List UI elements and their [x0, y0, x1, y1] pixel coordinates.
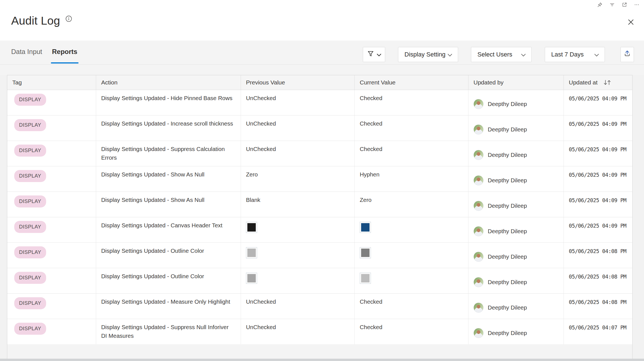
value-text: Checked: [360, 324, 382, 330]
color-swatch: [246, 247, 257, 258]
previous-value-cell: UnChecked: [241, 319, 355, 344]
action-cell: Display Settings Updated - Suppress Calc…: [96, 141, 241, 166]
column-header-action: Action: [96, 75, 241, 90]
updated-at-text: 05/06/2025 04:08 PM: [569, 273, 626, 280]
avatar: [473, 175, 484, 185]
page-title: Audit Log: [11, 15, 60, 27]
filter-lines-icon[interactable]: [609, 2, 615, 8]
action-text: Display Settings Updated - Hide Pinned B…: [101, 95, 232, 101]
value-text: Zero: [246, 171, 258, 178]
updated-by-name: Deepthy Dileep: [488, 202, 527, 210]
tag-badge: DISPLAY: [14, 272, 46, 284]
updated-at-cell: 05/06/2025 04:09 PM: [564, 141, 632, 166]
action-text: Display Settings Updated - Show As Null: [101, 171, 204, 178]
previous-value-cell: [241, 268, 355, 293]
export-icon: [623, 49, 631, 60]
funnel-icon: [367, 50, 374, 59]
pin-icon[interactable]: [597, 2, 603, 8]
column-header-tag: Tag: [7, 75, 96, 90]
tag-cell: DISPLAY: [7, 90, 96, 115]
more-options-icon[interactable]: [634, 2, 640, 8]
table-row: DISPLAY Display Settings Updated - Show …: [7, 192, 632, 217]
updated-by-name: Deepthy Dileep: [488, 278, 527, 287]
chevron-down-icon: [448, 51, 452, 58]
updated-at-text: 05/06/2025 04:09 PM: [569, 146, 626, 152]
action-cell: Display Settings Updated - Suppress Null…: [96, 319, 241, 344]
value-text: UnChecked: [246, 146, 276, 152]
updated-by-cell: Deepthy Dileep: [468, 243, 564, 268]
updated-at-text: 05/06/2025 04:09 PM: [569, 223, 626, 229]
column-header-current-value: Current Value: [355, 75, 468, 90]
updated-by-name: Deepthy Dileep: [488, 303, 527, 312]
table-row: DISPLAY Display Settings Updated - Outli…: [7, 268, 632, 294]
tag-badge: DISPLAY: [14, 119, 46, 131]
avatar: [473, 277, 484, 287]
avatar: [473, 328, 484, 338]
value-text: UnChecked: [246, 298, 276, 305]
action-cell: Display Settings Updated - Outline Color: [96, 243, 241, 268]
table-row: DISPLAY Display Settings Updated - Show …: [7, 166, 632, 192]
select-users-dropdown[interactable]: Select Users: [471, 47, 532, 62]
updated-by-name: Deepthy Dileep: [488, 151, 527, 159]
color-swatch: [246, 222, 257, 233]
sort-icons[interactable]: [603, 79, 612, 86]
current-value-cell: Checked: [355, 90, 468, 115]
updated-by-cell: Deepthy Dileep: [468, 166, 564, 192]
previous-value-cell: UnChecked: [241, 90, 355, 115]
action-text: Display Settings Updated - Show As Null: [101, 197, 204, 203]
action-cell: Display Settings Updated - Show As Null: [96, 166, 241, 192]
tab-reports[interactable]: Reports: [52, 48, 77, 56]
close-icon[interactable]: [626, 17, 636, 27]
color-swatch: [246, 273, 257, 284]
updated-by-cell: Deepthy Dileep: [468, 115, 564, 141]
filter-button[interactable]: [363, 47, 385, 62]
updated-by-name: Deepthy Dileep: [488, 125, 527, 134]
action-text: Display Settings Updated - Suppress Null…: [101, 324, 229, 339]
popout-icon[interactable]: [622, 2, 627, 8]
info-icon[interactable]: [65, 15, 72, 23]
column-header-updated-at: Updated at: [564, 75, 632, 90]
table-row: DISPLAY Display Settings Updated - Suppr…: [7, 319, 632, 344]
current-value-cell: Checked: [355, 294, 468, 319]
current-value-cell: [355, 268, 468, 293]
export-button[interactable]: [621, 47, 634, 62]
display-setting-dropdown[interactable]: Display Setting: [398, 47, 458, 62]
dropdown-label: Last 7 Days: [551, 51, 584, 58]
tag-cell: DISPLAY: [7, 243, 96, 268]
value-text: Checked: [360, 120, 382, 127]
date-range-dropdown[interactable]: Last 7 Days: [545, 47, 605, 62]
updated-by-name: Deepthy Dileep: [488, 329, 527, 338]
column-header-previous-value: Previous Value: [241, 75, 355, 90]
action-text: Display Settings Updated - Increase scro…: [101, 120, 233, 127]
current-value-cell: Checked: [355, 141, 468, 166]
updated-at-cell: 05/06/2025 04:07 PM: [564, 319, 632, 344]
updated-by-cell: Deepthy Dileep: [468, 141, 564, 166]
table-row: DISPLAY Display Settings Updated - Outli…: [7, 243, 632, 268]
chevron-down-icon: [594, 51, 599, 58]
updated-at-cell: 05/06/2025 04:08 PM: [564, 294, 632, 319]
avatar: [473, 150, 484, 160]
audit-log-screen: Audit Log Data Input Reports Display Set…: [0, 0, 644, 361]
value-text: Checked: [360, 298, 382, 305]
value-text: UnChecked: [246, 324, 276, 330]
tab-data-input[interactable]: Data Input: [11, 48, 42, 56]
tag-badge: DISPLAY: [14, 170, 46, 182]
updated-at-cell: 05/06/2025 04:08 PM: [564, 268, 632, 293]
dropdown-label: Display Setting: [404, 51, 446, 58]
updated-by-cell: Deepthy Dileep: [468, 217, 564, 242]
updated-by-cell: Deepthy Dileep: [468, 192, 564, 217]
updated-by-cell: Deepthy Dileep: [468, 294, 564, 319]
color-swatch: [360, 247, 371, 258]
horizontal-scrollbar[interactable]: [0, 359, 644, 361]
tag-cell: DISPLAY: [7, 294, 96, 319]
tag-cell: DISPLAY: [7, 268, 96, 293]
updated-at-text: 05/06/2025 04:09 PM: [569, 121, 626, 127]
tag-badge: DISPLAY: [14, 94, 46, 106]
table-row: DISPLAY Display Settings Updated - Suppr…: [7, 141, 632, 166]
current-value-cell: Checked: [355, 319, 468, 344]
value-text: Checked: [360, 95, 382, 101]
previous-value-cell: [241, 217, 355, 242]
value-text: Checked: [360, 146, 382, 152]
updated-at-label: Updated at: [569, 79, 598, 86]
tabs-toolbar-strip: Data Input Reports Display Setting Selec…: [0, 41, 644, 75]
